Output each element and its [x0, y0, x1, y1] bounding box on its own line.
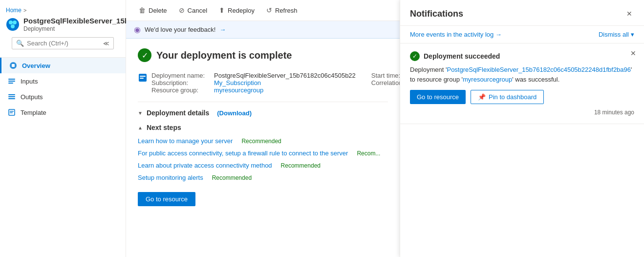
svg-rect-16 [140, 76, 146, 77]
step-item-2: Learn about private access connectivity … [138, 162, 388, 169]
overview-icon [9, 62, 17, 69]
notification-panel: Notifications ✕ More events in the activ… [400, 0, 644, 257]
deployment-details-header[interactable]: ▼ Deployment details (Download) [138, 106, 388, 120]
breadcrumb: Home > [6, 4, 120, 15]
svg-rect-8 [8, 83, 13, 84]
deployment-info-left: Deployment name: PostgreSqlFlexibleServe… [138, 72, 356, 94]
deployment-details-right: Start time: Correlation [371, 72, 400, 94]
notification-item-close-button[interactable]: ✕ [630, 49, 636, 57]
deployment-name-label: Deployment name: [151, 72, 210, 79]
notif-go-to-resource-button[interactable]: Go to resource [410, 90, 466, 104]
search-box[interactable]: 🔍 ≪ [12, 37, 114, 49]
search-icon: 🔍 [16, 40, 24, 47]
dismiss-all-chevron-icon: ▾ [631, 31, 634, 38]
step-link-2[interactable]: Learn about private access connectivity … [138, 162, 272, 169]
notification-success-icon: ✓ [410, 51, 420, 61]
step-link-3[interactable]: Setup monitoring alerts [138, 174, 203, 181]
breadcrumb-separator: > [23, 7, 26, 13]
toolbar: 🗑 Delete ⊘ Cancel ⬆ Redeploy ↺ Refresh [126, 0, 400, 21]
next-steps-section: ▲ Next steps Learn how to manage your se… [138, 124, 388, 206]
resource-group-value[interactable]: myresourcegroup [214, 86, 263, 94]
subscription-label: Subscription: [151, 79, 210, 86]
resource-group-row: Resource group: myresourcegroup [151, 86, 356, 94]
deployment-info-row: Deployment name: PostgreSqlFlexibleServe… [138, 72, 388, 94]
cancel-button[interactable]: ⊘ Cancel [174, 4, 212, 17]
template-icon [8, 108, 16, 116]
notification-item-0: ✓ Deployment succeeded ✕ Deployment 'Pos… [400, 43, 644, 124]
next-steps-header[interactable]: ▲ Next steps [138, 124, 388, 131]
notification-header: Notifications ✕ [400, 0, 644, 26]
resource-group-label: Resource group: [151, 86, 210, 94]
divider-1 [138, 102, 388, 102]
sidebar-item-overview[interactable]: Overview [0, 58, 126, 73]
delete-button[interactable]: 🗑 Delete [134, 4, 172, 17]
step-tag-3: Recommended [212, 174, 252, 181]
correlation-row: Correlation [371, 79, 400, 86]
correlation-label: Correlation [371, 79, 400, 86]
deployment-details-section: ▼ Deployment details (Download) [138, 106, 388, 120]
dismiss-all-button[interactable]: Dismiss all ▾ [599, 31, 634, 38]
main-content: 🗑 Delete ⊘ Cancel ⬆ Redeploy ↺ Refresh ◉… [126, 0, 400, 257]
server-icon [138, 73, 148, 83]
sidebar-header: Home > PostgreSqlFlexibleServer_15b76182… [0, 0, 126, 58]
go-to-resource-button[interactable]: Go to resource [138, 192, 195, 206]
step-tag-0: Recommended [241, 138, 281, 145]
details-chevron-icon: ▼ [138, 110, 143, 116]
svg-rect-9 [8, 94, 15, 95]
cancel-label: Cancel [188, 7, 207, 14]
step-link-0[interactable]: Learn how to manage your server [138, 137, 233, 145]
next-steps-label: Next steps [147, 124, 181, 131]
step-tag-1: Recom... [357, 150, 380, 157]
sidebar-item-outputs[interactable]: Outputs [0, 89, 126, 105]
feedback-link[interactable]: → [219, 26, 226, 33]
svg-rect-10 [8, 96, 15, 97]
activity-log-link[interactable]: More events in the activity log → [410, 31, 502, 38]
notif-resource-group-link[interactable]: myresourcegroup [463, 76, 512, 83]
deployment-name-value: PostgreSqlFlexibleServer_15b76182c06c450… [214, 72, 356, 79]
notif-desc-suffix: ' was successful. [512, 76, 559, 83]
notif-resource-link[interactable]: PostgreSqlFlexibleServer_15b76182c06c450… [447, 66, 631, 73]
svg-rect-5 [12, 64, 15, 67]
breadcrumb-home[interactable]: Home [6, 7, 21, 14]
delete-icon: 🗑 [139, 6, 146, 14]
sidebar-item-template[interactable]: Template [0, 105, 126, 120]
subscription-row: Subscription: My_Subscription [151, 79, 356, 86]
nextsteps-chevron-icon: ▲ [138, 125, 143, 130]
redeploy-button[interactable]: ⬆ Redeploy [214, 4, 259, 17]
start-time-row: Start time: [371, 72, 400, 79]
notif-pin-to-dashboard-button[interactable]: 📌 Pin to dashboard [471, 90, 544, 104]
notification-actions-bar: More events in the activity log → Dismis… [400, 26, 644, 43]
download-link[interactable]: (Download) [217, 109, 252, 117]
dismiss-all-label: Dismiss all [599, 31, 629, 38]
notification-title: Notifications [410, 9, 463, 19]
deployment-success-header: ✓ Your deployment is complete [138, 48, 388, 62]
nav-menu: Overview Inputs Outputs Template [0, 58, 126, 257]
deployment-name-row: Deployment name: PostgreSqlFlexibleServe… [151, 72, 356, 79]
deployment-status-title: Your deployment is complete [156, 50, 292, 61]
notif-desc-prefix: Deployment ' [410, 66, 447, 73]
svg-rect-13 [10, 111, 14, 112]
svg-point-3 [11, 24, 15, 28]
step-link-1[interactable]: For public access connectivity, setup a … [138, 150, 348, 157]
sidebar-item-inputs[interactable]: Inputs [0, 73, 126, 89]
svg-rect-6 [8, 79, 15, 80]
feedback-bar: ◉ We'd love your feedback! → [126, 21, 400, 39]
refresh-label: Refresh [275, 7, 298, 14]
refresh-button[interactable]: ↺ Refresh [261, 4, 302, 17]
svg-point-2 [13, 21, 17, 24]
deployment-success-icon: ✓ [138, 48, 151, 62]
collapse-sidebar-button[interactable]: ≪ [103, 40, 109, 47]
resource-title: PostgreSqlFlexibleServer_15b76182c06c450… [6, 15, 120, 33]
notification-close-button[interactable]: ✕ [624, 8, 634, 20]
cancel-icon: ⊘ [179, 6, 185, 14]
step-tag-2: Recommended [281, 162, 321, 169]
sidebar-item-outputs-label: Outputs [21, 93, 43, 101]
subscription-value[interactable]: My_Subscription [214, 79, 261, 86]
notif-pin-label: Pin to dashboard [489, 93, 537, 101]
sidebar-item-overview-label: Overview [22, 62, 50, 69]
svg-rect-17 [140, 78, 144, 79]
step-item-1: For public access connectivity, setup a … [138, 150, 388, 157]
search-input[interactable] [27, 40, 100, 47]
notification-item-description: Deployment 'PostgreSqlFlexibleServer_15b… [410, 65, 634, 84]
postgres-icon [6, 18, 20, 31]
